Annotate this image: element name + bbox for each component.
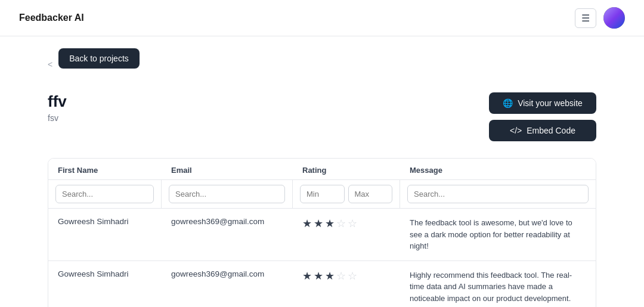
stars: ★★★☆☆ bbox=[302, 269, 391, 283]
menu-button[interactable]: ☰ bbox=[575, 8, 596, 28]
project-subtitle: fsv bbox=[48, 113, 67, 123]
avatar bbox=[603, 7, 625, 29]
col-rating: Rating bbox=[293, 159, 400, 179]
star-4: ☆ bbox=[336, 217, 346, 230]
back-chevron-icon[interactable]: < bbox=[48, 60, 52, 69]
star-5: ☆ bbox=[348, 217, 357, 230]
table-row: Gowreesh Simhadri gowreesh369@gmail.com … bbox=[48, 261, 596, 308]
star-5: ☆ bbox=[348, 269, 357, 283]
feedback-table: First Name Email Rating Message bbox=[48, 158, 596, 307]
project-name: ffv bbox=[48, 92, 67, 111]
star-2: ★ bbox=[314, 269, 323, 283]
embed-label: Embed Code bbox=[527, 126, 575, 135]
back-nav: < Back to projects bbox=[48, 48, 596, 80]
rating-search-row bbox=[300, 185, 392, 203]
search-row bbox=[48, 180, 596, 209]
globe-icon: 🌐 bbox=[503, 98, 513, 108]
stars: ★★★☆☆ bbox=[302, 217, 391, 230]
star-4: ☆ bbox=[336, 269, 346, 283]
cell-rating: ★★★☆☆ bbox=[293, 261, 400, 291]
project-info: ffv fsv bbox=[48, 92, 67, 123]
topbar: Feedbacker AI ☰ bbox=[0, 0, 644, 36]
star-3: ★ bbox=[325, 217, 335, 230]
table-header: First Name Email Rating Message bbox=[48, 159, 596, 180]
back-button-label: Back to projects bbox=[69, 54, 129, 63]
back-button[interactable]: Back to projects bbox=[58, 48, 140, 69]
star-3: ★ bbox=[325, 269, 335, 283]
avatar-button[interactable] bbox=[603, 7, 625, 29]
col-first-name: First Name bbox=[48, 159, 162, 179]
rating-min-input[interactable] bbox=[300, 185, 345, 203]
menu-icon: ☰ bbox=[581, 13, 590, 24]
topbar-actions: ☰ bbox=[575, 7, 625, 29]
cell-first-name: Gowreesh Simhadri bbox=[48, 209, 162, 234]
star-1: ★ bbox=[302, 217, 312, 230]
star-2: ★ bbox=[314, 217, 323, 230]
table-row: Gowreesh Simhadri gowreesh369@gmail.com … bbox=[48, 209, 596, 261]
code-icon: </> bbox=[510, 126, 522, 135]
star-1: ★ bbox=[302, 269, 312, 283]
col-email: Email bbox=[162, 159, 293, 179]
project-header: ffv fsv 🌐 Visit your website </> Embed C… bbox=[48, 92, 596, 141]
search-message-cell bbox=[400, 180, 596, 208]
col-message: Message bbox=[400, 159, 596, 179]
cell-message: The feedback tool is awesome, but we'd l… bbox=[400, 209, 596, 261]
cell-rating: ★★★☆☆ bbox=[293, 209, 400, 238]
visit-website-button[interactable]: 🌐 Visit your website bbox=[489, 92, 596, 114]
search-email-input[interactable] bbox=[169, 185, 285, 203]
cell-first-name: Gowreesh Simhadri bbox=[48, 261, 162, 287]
rating-max-input[interactable] bbox=[348, 185, 393, 203]
cell-email: gowreesh369@gmail.com bbox=[162, 209, 293, 234]
search-email-cell bbox=[162, 180, 293, 208]
table-body: Gowreesh Simhadri gowreesh369@gmail.com … bbox=[48, 209, 596, 307]
app-title: Feedbacker AI bbox=[19, 13, 84, 23]
embed-code-button[interactable]: </> Embed Code bbox=[489, 120, 596, 141]
cell-email: gowreesh369@gmail.com bbox=[162, 261, 293, 287]
search-rating-cell bbox=[293, 180, 400, 208]
search-first-name-input[interactable] bbox=[55, 185, 154, 203]
main-content: < Back to projects ffv fsv 🌐 Visit your … bbox=[0, 36, 644, 307]
search-first-name-cell bbox=[48, 180, 162, 208]
project-actions: 🌐 Visit your website </> Embed Code bbox=[489, 92, 596, 141]
cell-message: Highly recommend this feedback tool. The… bbox=[400, 261, 596, 308]
search-message-input[interactable] bbox=[407, 185, 589, 203]
visit-label: Visit your website bbox=[518, 98, 583, 108]
